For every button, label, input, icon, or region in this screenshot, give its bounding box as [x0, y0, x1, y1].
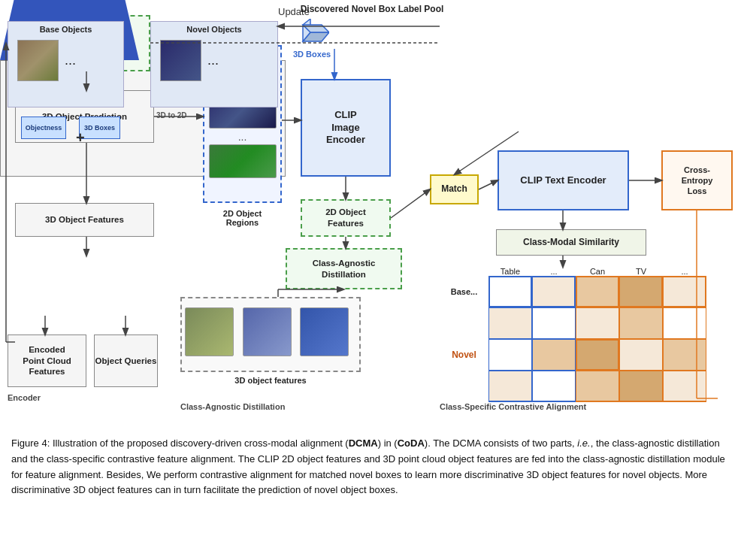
enc-pcf-label: Encoded Point Cloud Features [23, 344, 71, 378]
cad-top-box: Class-Agnostic Distillation [286, 248, 402, 289]
cms-box: Class-Modal Similarity [496, 229, 646, 256]
matrix-row-2 [440, 307, 718, 339]
obj-features-2d-box: 2D Object Features [301, 199, 391, 237]
obj-queries-label: Object Queries [95, 356, 157, 367]
obj-features-label: 3D Object Features [45, 214, 124, 226]
cam-label: Class-Specific Contrastive Alignment [440, 402, 586, 411]
matrix-col-labels: Table ... Can TV ... [488, 267, 718, 276]
match-box: Match [430, 174, 479, 204]
sim-matrix: Table ... Can TV ... Base... [440, 267, 718, 398]
match-label: Match [441, 183, 467, 195]
cross-entropy-box: Cross- Entropy Loss [661, 150, 733, 210]
matrix-row-4 [440, 371, 718, 402]
regions-label: 2D Object Regions [199, 209, 286, 227]
dcma-bold: DCMA [349, 437, 378, 449]
base-objects-section: Base Objects ... [8, 21, 124, 107]
feat-3d-label: 3D object features [180, 376, 361, 385]
novel-objects-label: Novel Objects [151, 25, 277, 34]
matrix-row-base: Base... [440, 276, 718, 307]
caption: Figure 4: Illustration of the proposed d… [0, 428, 744, 498]
cross-entropy-label: Cross- Entropy Loss [682, 165, 713, 197]
obj-features-2d-label: 2D Object Features [325, 207, 366, 229]
boxes3d-inner: 3D Boxes [79, 117, 120, 139]
clip-text-enc-label: CLIP Text Encoder [520, 174, 606, 187]
novel-pool-title: Discovered Novel Box Label Pool [0, 4, 744, 14]
encoder-label: Encoder [8, 393, 41, 402]
transformer-label: TransformerDecoder [15, 256, 154, 316]
boxes-3d-text: 3D Boxes [293, 50, 331, 59]
cad-top-label: Class-Agnostic Distillation [313, 258, 376, 280]
cms-label: Class-Modal Similarity [523, 237, 619, 249]
clip-img-enc-box: CLIP Image Encoder [301, 79, 391, 177]
svg-line-16 [479, 180, 498, 189]
clip-text-enc-box: CLIP Text Encoder [498, 150, 629, 210]
cad-label-bottom: Class-Agnostic Distillation [180, 402, 285, 411]
diagram: Update Novel object discovery 3D Object … [0, 0, 744, 428]
plus-sign: + [76, 129, 85, 147]
base-objects-label: Base Objects [8, 25, 123, 34]
obj-features-box: 3D Object Features [15, 203, 154, 237]
coda-bold: CoDA [398, 437, 425, 449]
boxes-3d-label: 3D Boxes [293, 19, 331, 59]
matrix-row-novel: Novel [440, 339, 718, 371]
objectness-inner: Objectness [21, 117, 66, 139]
novel-objects-section: Novel Objects ... [150, 21, 278, 107]
feat-3d-container [180, 297, 361, 372]
clip-img-enc-label: CLIP Image Encoder [326, 109, 365, 147]
label-3d-to-2d: 3D to 2D [156, 111, 187, 120]
enc-pcf-box: Encoded Point Cloud Features [8, 334, 86, 387]
caption-prefix: Figure 4: Illustration of the proposed d… [11, 437, 725, 495]
obj-queries-box: Object Queries [94, 334, 158, 387]
svg-line-15 [391, 189, 430, 218]
